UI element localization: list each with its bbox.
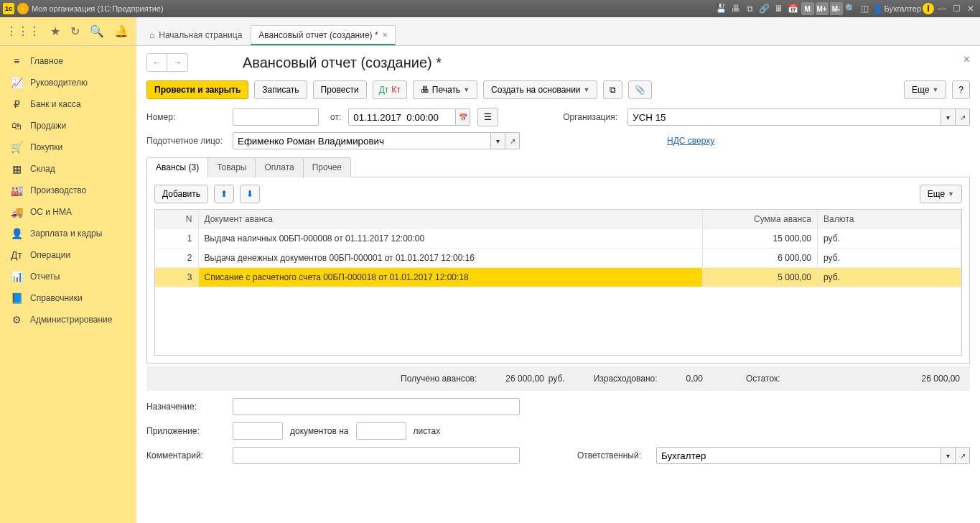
info-icon[interactable]: i bbox=[923, 3, 934, 14]
subtab-advances[interactable]: Авансы (3) bbox=[146, 157, 208, 177]
comment-label: Комментарий: bbox=[146, 450, 225, 460]
tab-document[interactable]: Авансовый отчет (создание) * × bbox=[251, 25, 396, 45]
sidebar-item-hr[interactable]: 👤Зарплата и кадры bbox=[0, 223, 136, 244]
create-based-button[interactable]: Создать на основании▼ bbox=[483, 80, 597, 99]
total-balance-label: Остаток: bbox=[746, 374, 780, 384]
subtab-goods[interactable]: Товары bbox=[207, 157, 256, 177]
printer-icon: 🖶 bbox=[421, 85, 429, 95]
calc-icon[interactable]: 🖩 bbox=[773, 2, 785, 15]
tab-home[interactable]: ⌂ Начальная страница bbox=[141, 25, 251, 45]
table-row-selected[interactable]: 3 Списание с расчетного счета 00БП-00001… bbox=[155, 268, 961, 287]
org-input[interactable] bbox=[627, 108, 941, 126]
col-cur[interactable]: Валюта bbox=[818, 210, 961, 229]
page-close-icon[interactable]: × bbox=[963, 53, 970, 66]
search-icon[interactable]: 🔍 bbox=[90, 24, 104, 38]
sidebar-item-catalogs[interactable]: 📘Справочники bbox=[0, 287, 136, 309]
link-icon[interactable]: 🔗 bbox=[758, 2, 771, 15]
responsible-input[interactable] bbox=[656, 447, 941, 464]
grid-more-button[interactable]: Еще▼ bbox=[920, 185, 962, 203]
minimize-icon[interactable]: — bbox=[935, 2, 948, 15]
user-menu[interactable]: 👤 Бухгалтер bbox=[873, 4, 921, 14]
open-ref-icon[interactable]: ↗ bbox=[505, 132, 520, 149]
dropdown-icon[interactable]: ▾ bbox=[941, 108, 956, 126]
apps-icon[interactable]: ⋮⋮⋮ bbox=[6, 24, 40, 38]
open-ref-icon[interactable]: ↗ bbox=[956, 108, 970, 126]
vat-link[interactable]: НДС сверху bbox=[667, 136, 714, 146]
table-row[interactable]: 2 Выдача денежных документов 00БП-000001… bbox=[155, 249, 961, 268]
col-doc[interactable]: Документ аванса bbox=[198, 210, 703, 229]
calendar-icon[interactable]: 📅 bbox=[787, 2, 800, 15]
notifications-icon[interactable]: 🔔 bbox=[114, 24, 129, 38]
number-input[interactable] bbox=[233, 108, 319, 126]
write-button[interactable]: Записать bbox=[254, 80, 307, 99]
total-balance-value: 26 000,00 bbox=[922, 374, 960, 384]
attach-docs-input[interactable] bbox=[233, 422, 283, 440]
main-content: × ← → Авансовый отчет (создание) * Прове… bbox=[136, 46, 980, 523]
memory-mminus-icon[interactable]: M- bbox=[830, 2, 843, 15]
sidebar: ≡Главное 📈Руководителю ₽Банк и касса 🛍Пр… bbox=[0, 46, 136, 523]
date-input[interactable] bbox=[348, 108, 456, 126]
structure-button[interactable]: ⧉ bbox=[603, 80, 622, 99]
sidebar-item-main[interactable]: ≡Главное bbox=[0, 50, 136, 72]
sidebar-item-operations[interactable]: ДтОперации bbox=[0, 244, 136, 266]
sidebar-item-admin[interactable]: ⚙Администрирование bbox=[0, 309, 136, 330]
dtkt-button[interactable]: ДтКт bbox=[373, 80, 407, 99]
nav-back-icon[interactable]: ← bbox=[147, 54, 167, 71]
subtab-payment[interactable]: Оплата bbox=[255, 157, 303, 177]
sidebar-item-sales[interactable]: 🛍Продажи bbox=[0, 115, 136, 136]
total-spent-label: Израсходовано: bbox=[594, 374, 658, 384]
print-icon[interactable]: 🖶 bbox=[729, 2, 742, 15]
advances-grid: N Документ аванса Сумма аванса Валюта 1 … bbox=[154, 209, 962, 356]
more-button[interactable]: Еще▼ bbox=[904, 80, 946, 99]
sub-tabs: Авансы (3) Товары Оплата Прочее bbox=[146, 157, 970, 177]
tab-close-icon[interactable]: × bbox=[383, 29, 388, 40]
col-sum[interactable]: Сумма аванса bbox=[703, 210, 818, 229]
dropdown-icon[interactable]: ▾ bbox=[491, 132, 505, 149]
sidebar-item-manager[interactable]: 📈Руководителю bbox=[0, 72, 136, 93]
table-row[interactable]: 1 Выдача наличных 00БП-000008 от 01.11.2… bbox=[155, 229, 961, 249]
home-icon: ⌂ bbox=[149, 30, 154, 40]
zoom-icon[interactable]: 🔍 bbox=[844, 2, 857, 15]
paperclip-icon: 📎 bbox=[635, 85, 645, 95]
help-button[interactable]: ? bbox=[952, 80, 970, 99]
sidebar-item-reports[interactable]: 📊Отчеты bbox=[0, 266, 136, 287]
dropdown-icon[interactable]: ▾ bbox=[941, 447, 956, 464]
memory-m-icon[interactable]: M bbox=[801, 2, 814, 15]
sidebar-item-warehouse[interactable]: ▦Склад bbox=[0, 158, 136, 180]
sidebar-item-purchases[interactable]: 🛒Покупки bbox=[0, 136, 136, 158]
nav-forward-icon[interactable]: → bbox=[167, 54, 187, 71]
maximize-icon[interactable]: ☐ bbox=[950, 2, 963, 15]
attach-button[interactable]: 📎 bbox=[628, 80, 652, 99]
app-menu-dropdown[interactable]: ▾ bbox=[17, 3, 29, 14]
move-up-button[interactable]: ⬆ bbox=[214, 185, 234, 203]
save-icon[interactable]: 💾 bbox=[715, 2, 728, 15]
close-window-icon[interactable]: ✕ bbox=[964, 2, 977, 15]
history-icon[interactable]: ↻ bbox=[70, 24, 80, 38]
calendar-picker-icon[interactable]: 📅 bbox=[456, 108, 470, 126]
compare-icon[interactable]: ⧉ bbox=[744, 2, 757, 15]
org-label: Организация: bbox=[563, 112, 620, 122]
post-and-close-button[interactable]: Провести и закрыть bbox=[146, 80, 248, 99]
person-input[interactable] bbox=[233, 132, 491, 149]
subtab-other[interactable]: Прочее bbox=[303, 157, 351, 177]
attach-sheets-text: листах bbox=[414, 426, 441, 436]
add-row-button[interactable]: Добавить bbox=[154, 185, 208, 203]
comment-input[interactable] bbox=[233, 447, 520, 464]
open-ref-icon[interactable]: ↗ bbox=[956, 447, 970, 464]
move-down-button[interactable]: ⬇ bbox=[240, 185, 260, 203]
chart-icon: 📈 bbox=[10, 77, 23, 88]
sidebar-item-production[interactable]: 🏭Производство bbox=[0, 180, 136, 201]
post-button[interactable]: Провести bbox=[313, 80, 367, 99]
panel-icon[interactable]: ◫ bbox=[859, 2, 872, 15]
sidebar-item-assets[interactable]: 🚚ОС и НМА bbox=[0, 201, 136, 223]
print-button[interactable]: 🖶Печать▼ bbox=[413, 80, 477, 99]
col-n[interactable]: N bbox=[155, 210, 198, 229]
bag-icon: 🛍 bbox=[10, 120, 23, 131]
memory-mplus-icon[interactable]: M+ bbox=[816, 2, 829, 15]
book-icon: 📘 bbox=[10, 292, 23, 304]
date-extra-button[interactable]: ☰ bbox=[477, 108, 498, 126]
purpose-input[interactable] bbox=[233, 398, 520, 415]
sidebar-item-bank[interactable]: ₽Банк и касса bbox=[0, 93, 136, 115]
attach-sheets-input[interactable] bbox=[356, 422, 406, 440]
favorite-icon[interactable]: ★ bbox=[50, 24, 60, 38]
